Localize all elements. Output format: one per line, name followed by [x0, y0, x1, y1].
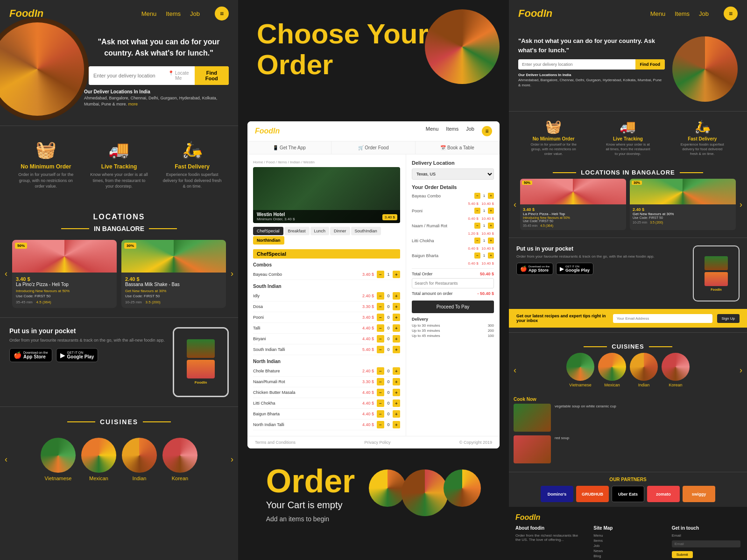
p3-cuis-mexican[interactable]: Mexican	[598, 353, 626, 387]
p3-find-btn[interactable]: Find Food	[635, 59, 665, 70]
p3-nav-job[interactable]: Job	[699, 10, 709, 17]
tab-north-indian[interactable]: NorthIndian	[253, 236, 284, 245]
p3-cuis-prev[interactable]: ‹	[514, 365, 516, 375]
p3-footer-email-input[interactable]	[672, 540, 740, 547]
app-store-badge[interactable]: 🍎 Download on the App Store	[9, 348, 52, 362]
google-play-badge[interactable]: ▶ GET IT ON Google Play	[56, 348, 99, 362]
order-qty-minus-0[interactable]: −	[474, 193, 480, 199]
p3-search-input[interactable]	[518, 59, 635, 70]
qty-plus-bayeau[interactable]: +	[393, 271, 400, 278]
qty-minus-bayeau[interactable]: −	[377, 271, 384, 278]
p3-newsletter-submit-btn[interactable]: Sign Up	[717, 314, 740, 323]
qty-plus-idly[interactable]: +	[393, 292, 400, 300]
qty-plus-talli[interactable]: +	[393, 324, 400, 332]
p3-sitemap-blog[interactable]: Blog	[593, 554, 662, 558]
qty-minus-chole[interactable]: −	[377, 367, 384, 375]
qty-plus-si-talli[interactable]: +	[393, 346, 400, 353]
p3-sitemap-menu[interactable]: Menu	[593, 533, 662, 538]
p3-carousel-next[interactable]: ›	[740, 200, 742, 210]
order-qty-minus-2[interactable]: −	[474, 223, 480, 229]
app-nav-menu[interactable]: Menu	[426, 126, 439, 136]
qty-minus-baigun[interactable]: −	[377, 410, 384, 418]
footer-privacy[interactable]: Privacy Policy	[364, 440, 390, 445]
p3-nav-menu[interactable]: Menu	[650, 10, 666, 17]
qty-minus-ni-talli[interactable]: −	[377, 421, 384, 428]
tab-chef-special[interactable]: ChefSpecial	[253, 227, 283, 235]
p3-nav-items[interactable]: Items	[675, 10, 690, 17]
proceed-to-pay-button[interactable]: Proceed To Pay	[412, 301, 494, 313]
cuisine-korean[interactable]: Korean	[162, 438, 197, 481]
delivery-location-select[interactable]: Texas, US	[412, 168, 494, 180]
tab-breakfast[interactable]: Breakfast	[284, 227, 310, 235]
cuisines-prev-button[interactable]: ‹	[5, 455, 7, 464]
qty-plus-chicken[interactable]: +	[393, 389, 400, 396]
book-table-btn[interactable]: 📅 Book a Table	[416, 141, 500, 154]
qty-plus-dosa[interactable]: +	[393, 303, 400, 310]
qty-plus-chole[interactable]: +	[393, 367, 400, 375]
cuisine-indian[interactable]: Indian	[122, 438, 157, 481]
qty-minus-biryani[interactable]: −	[377, 335, 384, 343]
p3-cuis-indian[interactable]: Indian	[630, 353, 658, 387]
p3-cuis-korean[interactable]: Korean	[662, 353, 690, 387]
tab-lunch[interactable]: Lunch	[310, 227, 330, 235]
delivery-search-input[interactable]	[89, 66, 162, 85]
find-food-button[interactable]: Find Food	[195, 66, 229, 85]
p3-contact-email[interactable]: Email	[672, 533, 740, 538]
tab-south-indian[interactable]: SouthIndian	[351, 227, 381, 235]
nav-menu-link[interactable]: Menu	[141, 10, 157, 17]
card-rating-1: 3.5 (200)	[146, 300, 161, 304]
hamburger-menu-button[interactable]: ≡	[215, 7, 229, 21]
p3-app-store-badge[interactable]: 🍎 Download on the App Store	[516, 263, 553, 275]
nav-items-link[interactable]: Items	[166, 10, 181, 17]
qty-plus-naan[interactable]: +	[393, 378, 400, 385]
order-qty-plus-1[interactable]: +	[488, 208, 494, 214]
get-app-btn[interactable]: 📱 Get The App	[247, 141, 331, 154]
qty-minus-si-talli[interactable]: −	[377, 346, 384, 353]
order-qty-plus-4[interactable]: +	[488, 252, 494, 259]
p3-hamburger-button[interactable]: ≡	[724, 7, 738, 21]
carousel-prev-button[interactable]: ‹	[5, 269, 7, 279]
p3-sitemap-items[interactable]: Items	[593, 539, 662, 543]
qty-minus-litti[interactable]: −	[377, 399, 384, 407]
p3-cuis-next[interactable]: ›	[740, 365, 742, 375]
tab-dinner[interactable]: Dinner	[330, 227, 350, 235]
qty-plus-litti[interactable]: +	[393, 399, 400, 407]
qty-minus-talli[interactable]: −	[377, 324, 384, 332]
more-link[interactable]: more	[128, 102, 138, 106]
qty-minus-pooni[interactable]: −	[377, 314, 384, 321]
p3-footer-submit-btn[interactable]: Submit	[672, 551, 693, 558]
order-food-btn[interactable]: 🛒 Order Food	[331, 141, 416, 154]
app-hamburger[interactable]: ≡	[482, 126, 492, 136]
order-qty-minus-1[interactable]: −	[474, 208, 480, 214]
indian-img	[122, 438, 157, 473]
p3-carousel-prev[interactable]: ‹	[514, 200, 516, 210]
app-nav-job[interactable]: Job	[466, 126, 474, 136]
qty-minus-idly[interactable]: −	[377, 292, 384, 300]
order-qty-minus-3[interactable]: −	[474, 238, 480, 244]
cuisine-vietnamese[interactable]: Vietnamese	[41, 438, 76, 481]
search-restaurant-input[interactable]	[412, 278, 494, 288]
carousel-next-button[interactable]: ›	[231, 269, 233, 279]
locate-me-button[interactable]: 📍 Locate Me	[162, 66, 195, 85]
order-qty-minus-4[interactable]: −	[474, 252, 480, 259]
p3-sitemap-news[interactable]: News	[593, 549, 662, 553]
qty-plus-biryani[interactable]: +	[393, 335, 400, 343]
p3-sitemap-job[interactable]: Job	[593, 544, 662, 548]
order-qty-plus-3[interactable]: +	[488, 238, 494, 244]
qty-minus-chicken[interactable]: −	[377, 389, 384, 396]
qty-plus-baigun[interactable]: +	[393, 410, 400, 418]
p3-newsletter-input[interactable]	[613, 314, 712, 323]
cuisines-next-button[interactable]: ›	[231, 455, 233, 464]
cuisine-mexican[interactable]: Mexican	[81, 438, 116, 481]
p3-cuis-vietnamese[interactable]: Vietnamese	[566, 353, 594, 387]
nav-job-link[interactable]: Job	[190, 10, 200, 17]
p3-google-play-badge[interactable]: ▶ GET IT ON Google Play	[556, 263, 593, 275]
qty-plus-pooni[interactable]: +	[393, 314, 400, 321]
order-qty-plus-2[interactable]: +	[488, 223, 494, 229]
footer-terms[interactable]: Terms and Conditions	[255, 440, 296, 445]
qty-minus-dosa[interactable]: −	[377, 303, 384, 310]
qty-plus-ni-talli[interactable]: +	[393, 421, 400, 428]
qty-minus-naan[interactable]: −	[377, 378, 384, 385]
app-nav-items[interactable]: Items	[446, 126, 458, 136]
order-qty-plus-0[interactable]: +	[488, 193, 494, 199]
